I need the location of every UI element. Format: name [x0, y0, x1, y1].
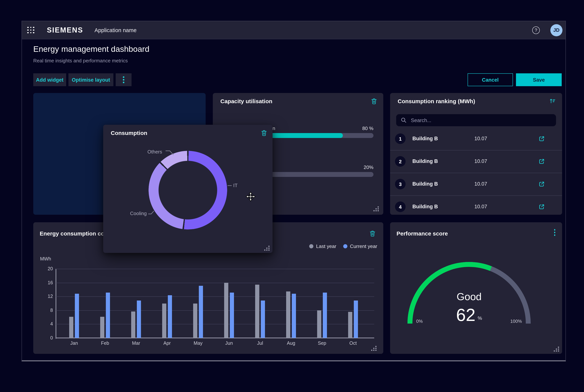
gridline — [56, 282, 374, 283]
bar-current-year — [261, 300, 265, 338]
x-tick-label: Jan — [65, 340, 84, 346]
donut-label-others: Others — [140, 149, 162, 154]
ranking-row: 4Building B10.07 — [390, 196, 562, 215]
bar-current-year — [323, 292, 327, 338]
rank-badge: 2 — [395, 156, 406, 167]
delete-widget-icon[interactable] — [369, 230, 376, 237]
x-tick-label: Mar — [127, 340, 146, 346]
bar-last-year — [317, 310, 321, 338]
add-widget-button[interactable]: Add widget — [33, 73, 66, 86]
consumption-ranking-widget: Consumption ranking (MWh) 1Building B10.… — [390, 93, 562, 215]
y-tick-label: 8 — [42, 308, 53, 313]
consumption-value: 10.07 — [474, 136, 487, 142]
performance-score-widget: Performance score 0% 100% Good 62 % — [390, 222, 562, 354]
building-name: Building B — [412, 136, 438, 142]
legend-label: Current year — [350, 244, 378, 249]
move-cursor-icon — [246, 192, 256, 202]
y-tick-label: 16 — [42, 280, 53, 285]
open-external-icon[interactable] — [538, 203, 545, 210]
y-tick-label: 0 — [42, 335, 53, 340]
bar-last-year — [286, 292, 290, 338]
x-tick-label: Aug — [282, 340, 300, 346]
progress-value: 80 % — [362, 126, 374, 131]
consumption-value: 10.07 — [474, 204, 487, 210]
widget-title: Consumption — [111, 130, 147, 136]
bar-current-year — [354, 300, 358, 338]
legend-item: Last year — [310, 244, 336, 249]
resize-handle-icon[interactable] — [374, 206, 379, 211]
callout-line — [165, 150, 174, 156]
legend-dot-icon — [343, 244, 348, 248]
rank-badge: 4 — [395, 202, 406, 212]
app-launcher-icon[interactable] — [27, 27, 35, 34]
building-name: Building B — [412, 204, 438, 210]
search-input[interactable] — [410, 117, 556, 124]
bar-current-year — [106, 292, 110, 338]
rank-badge: 3 — [395, 179, 406, 190]
building-name: Building B — [412, 158, 438, 164]
rank-badge: 1 — [395, 134, 406, 144]
bar-current-year — [75, 294, 79, 338]
legend-item: Current year — [343, 244, 378, 249]
app-name: Application name — [94, 27, 137, 33]
delete-widget-icon[interactable] — [371, 98, 377, 105]
callout-line — [148, 210, 154, 215]
user-avatar[interactable]: JD — [550, 24, 562, 36]
legend-label: Last year — [316, 244, 336, 249]
gauge-value-row: 62 % — [408, 305, 531, 325]
y-axis-unit: MWh — [40, 256, 51, 262]
app-header: SIEMENS Application name ? JD — [22, 21, 566, 39]
sort-icon[interactable] — [549, 98, 556, 104]
open-external-icon[interactable] — [538, 158, 545, 165]
bar-current-year — [168, 295, 172, 338]
delete-widget-icon[interactable] — [261, 130, 267, 136]
bar-current-year — [137, 300, 141, 338]
bar-last-year — [255, 285, 259, 338]
resize-handle-icon[interactable] — [554, 346, 559, 351]
resize-handle-icon[interactable] — [371, 346, 376, 350]
widget-title: Performance score — [396, 230, 448, 237]
gauge-unit: % — [478, 315, 482, 321]
bar-chart: 201612840JanFebMarAprMayJunJulAugSepOct — [56, 269, 374, 338]
widget-title: Capacity utilisation — [220, 98, 272, 104]
save-button[interactable]: Save — [516, 73, 562, 86]
donut-label-cooling: Cooling — [130, 210, 147, 216]
bar-last-year — [131, 312, 135, 338]
bar-current-year — [292, 294, 296, 338]
bar-last-year — [193, 303, 197, 338]
open-external-icon[interactable] — [538, 181, 545, 188]
progress-label-fragment: n — [272, 126, 275, 131]
ranking-row: 3Building B10.07 — [390, 173, 562, 196]
dashboard-screen: SIEMENS Application name ? JD Energy man… — [0, 0, 584, 392]
x-tick-label: May — [188, 340, 208, 346]
widget-title: Consumption ranking (MWh) — [398, 98, 475, 104]
donut-chart — [148, 151, 227, 230]
consumption-widget-dragging[interactable]: Consumption Others IT Cooling — [103, 125, 272, 253]
bar-last-year — [100, 317, 104, 338]
ranking-row: 2Building B10.07 — [390, 150, 562, 173]
x-tick-label: Sep — [312, 340, 332, 346]
x-tick-label: Apr — [158, 340, 176, 346]
cancel-button[interactable]: Cancel — [468, 73, 513, 86]
optimise-layout-button[interactable]: Optimise layout — [68, 73, 114, 86]
bar-last-year — [69, 317, 73, 338]
y-tick-label: 4 — [42, 322, 53, 327]
search-icon — [401, 117, 407, 123]
y-tick-label: 12 — [42, 294, 53, 299]
siemens-logo: SIEMENS — [47, 26, 83, 34]
bar-last-year — [348, 312, 352, 338]
search-box — [396, 114, 556, 126]
page-title: Energy management dashboard — [33, 44, 149, 54]
ranking-row: 1Building B10.07 — [390, 128, 562, 150]
bar-last-year — [162, 303, 166, 338]
ranking-list: 1Building B10.072Building B10.073Buildin… — [390, 128, 562, 215]
y-tick-label: 20 — [42, 266, 53, 272]
resize-handle-icon[interactable] — [264, 245, 270, 250]
widget-kebab-menu-icon[interactable] — [554, 229, 555, 236]
x-tick-label: Jun — [220, 340, 238, 346]
x-tick-label: Jul — [250, 340, 270, 346]
toolbar-kebab-menu-icon[interactable] — [116, 73, 132, 86]
help-icon[interactable]: ? — [532, 26, 540, 34]
open-external-icon[interactable] — [538, 135, 545, 142]
widget-title: Energy consumption com — [40, 230, 109, 237]
